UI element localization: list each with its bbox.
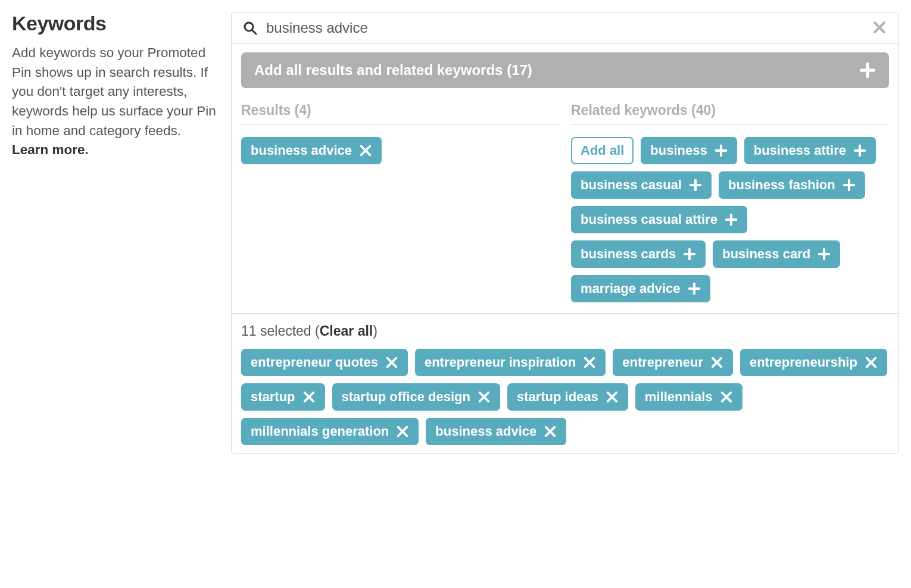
selected-chips: entrepreneur quotesentrepreneur inspirat… [241, 349, 889, 445]
sidebar-title: Keywords [12, 12, 220, 35]
related-chip-label: marriage advice [581, 282, 681, 295]
selected-chip-label: entrepreneur [622, 356, 703, 369]
close-icon [478, 390, 491, 404]
search-row [232, 12, 898, 44]
plus-icon [853, 144, 866, 157]
add-all-related-button-label: Add all [581, 144, 624, 157]
sidebar-description-text: Add keywords so your Promoted Pin shows … [12, 45, 216, 138]
close-icon [583, 356, 596, 369]
selected-chip[interactable]: millennials [635, 383, 742, 411]
close-icon [396, 425, 409, 438]
close-icon [606, 390, 619, 404]
close-icon [710, 356, 723, 369]
related-chip[interactable]: business fashion [719, 171, 865, 199]
keywords-sidebar: Keywords Add keywords so your Promoted P… [12, 12, 220, 454]
related-header: Related keywords (40) [571, 94, 889, 125]
related-chip-label: business fashion [728, 179, 835, 192]
selected-chip[interactable]: startup ideas [507, 383, 628, 411]
search-icon [242, 20, 258, 36]
related-chip[interactable]: business [641, 137, 737, 164]
selected-chip[interactable]: business advice [426, 418, 566, 445]
selected-chip[interactable]: entrepreneurship [740, 349, 887, 376]
related-chip-label: business casual attire [581, 213, 717, 226]
selected-chip-label: entrepreneurship [750, 356, 857, 369]
sidebar-description: Add keywords so your Promoted Pin shows … [12, 43, 220, 160]
related-chips: Add allbusinessbusiness attirebusiness c… [571, 137, 889, 302]
related-chip-label: business card [722, 248, 810, 261]
plus-icon [688, 282, 701, 295]
selected-chip-label: entrepreneur inspiration [425, 356, 576, 369]
close-icon [302, 390, 316, 404]
close-icon [720, 390, 733, 404]
selected-chip[interactable]: millennials generation [241, 418, 419, 445]
plus-icon [859, 62, 876, 79]
related-chip-label: business casual [581, 179, 682, 192]
clear-search-icon[interactable] [872, 20, 888, 36]
add-all-related-button[interactable]: Add all [571, 137, 634, 164]
selected-count: 11 [241, 323, 257, 339]
plus-icon [725, 213, 738, 226]
selected-bar: 11 selected (Clear all) entrepreneur quo… [232, 313, 898, 453]
related-chip-label: business attire [754, 144, 846, 157]
results-column: Results (4) business advice [241, 94, 559, 302]
results-chips: business advice [241, 137, 559, 164]
search-input[interactable] [266, 20, 872, 36]
result-chip-label: business advice [251, 144, 352, 157]
selected-header: 11 selected (Clear all) [241, 323, 889, 339]
selected-chip[interactable]: entrepreneur quotes [241, 349, 408, 376]
close-icon [544, 425, 557, 438]
selected-chip[interactable]: entrepreneur inspiration [415, 349, 606, 376]
selected-chip-label: entrepreneur quotes [251, 356, 378, 369]
add-all-results-button[interactable]: Add all results and related keywords (17… [241, 52, 889, 88]
results-header: Results (4) [241, 94, 559, 125]
related-chip[interactable]: business attire [744, 137, 876, 164]
selected-chip[interactable]: startup office design [332, 383, 500, 411]
plus-icon [683, 248, 696, 261]
selected-chip-label: millennials generation [251, 425, 389, 438]
selected-chip-label: startup ideas [517, 390, 598, 404]
close-icon [865, 356, 878, 369]
selected-chip[interactable]: startup [241, 383, 325, 411]
result-chip[interactable]: business advice [241, 137, 382, 164]
related-chip-label: business cards [581, 248, 676, 261]
selected-chip-label: startup [251, 390, 295, 404]
plus-icon [689, 179, 702, 192]
related-column: Related keywords (40) Add allbusinessbus… [571, 94, 889, 302]
related-chip[interactable]: marriage advice [571, 275, 710, 302]
plus-icon [818, 248, 831, 261]
plus-icon [715, 144, 728, 157]
selected-chip[interactable]: entrepreneur [613, 349, 733, 376]
clear-all-link[interactable]: Clear all [320, 323, 373, 339]
keywords-panel: Add all results and related keywords (17… [231, 12, 899, 454]
related-chip-label: business [650, 144, 707, 157]
add-all-results-label: Add all results and related keywords (17… [254, 62, 532, 79]
close-icon [385, 356, 398, 369]
related-chip[interactable]: business cards [571, 240, 706, 268]
plus-icon [843, 179, 856, 192]
close-icon [359, 144, 372, 157]
related-chip[interactable]: business casual attire [571, 206, 747, 233]
related-chip[interactable]: business card [713, 240, 840, 268]
learn-more-link[interactable]: Learn more. [12, 142, 89, 157]
selected-chip-label: business advice [435, 425, 536, 438]
related-chip[interactable]: business casual [571, 171, 712, 199]
selected-chip-label: startup office design [342, 390, 470, 404]
selected-chip-label: millennials [645, 390, 713, 404]
